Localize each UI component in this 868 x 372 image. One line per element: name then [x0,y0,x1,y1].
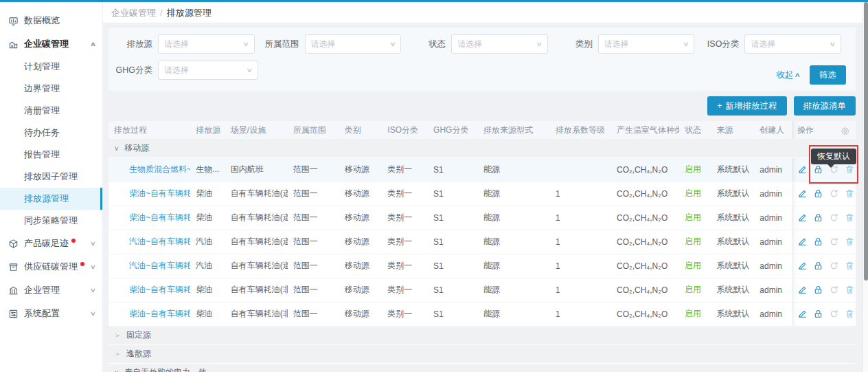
edit-icon[interactable] [797,285,808,296]
sidebar-item-边界管理[interactable]: 边界管理 [0,78,102,100]
table-row[interactable]: 生物质混合燃料~国...生物...国内航班范围一移动源类别一S1能源CO₂,CH… [108,157,856,182]
vertical-scrollbar[interactable] [863,2,868,372]
cell-process: 汽油~自有车辆耗油... [108,230,190,254]
emission-source-list-button[interactable]: 排放源清单 [794,96,856,116]
cell-category: 移动源 [339,278,382,302]
scrollbar-thumb[interactable] [864,2,868,281]
edit-icon[interactable] [797,261,808,272]
group-row-逸散源[interactable]: ＞逸散源 [108,344,856,363]
lock-icon[interactable] [813,212,824,223]
delete-icon[interactable] [845,237,856,248]
filter-button[interactable]: 筛选 [810,65,846,85]
cell-origin: 系统默认 [711,230,755,254]
sidebar-item-同步策略管理[interactable]: 同步策略管理 [0,210,102,232]
cell-scope: 范围一 [288,157,339,182]
collapse-link[interactable]: 收起∧ [776,69,800,81]
breadcrumb-parent[interactable]: 企业碳管理 [111,8,156,18]
sidebar-item-供应链碳管理[interactable]: 供应链碳管理∨ [0,255,102,278]
emission-process-link[interactable]: 柴油~自有车辆耗油... [129,188,190,198]
group-row-固定源[interactable]: ＞固定源 [108,326,856,344]
sidebar-item-系统配置[interactable]: 系统配置∨ [0,302,102,325]
group-row-移动源[interactable]: ∨移动源 [108,139,856,157]
sidebar-item-label: 供应链碳管理 [24,261,78,273]
notification-dot [80,262,84,266]
filter-select-类别[interactable]: 请选择∨ [598,34,695,54]
filter-label: 所属范围 [260,39,299,50]
edit-icon[interactable] [797,309,808,320]
cell-scope: 范围一 [288,254,339,278]
delete-icon[interactable] [845,164,856,175]
cell-source_type: 能源 [478,157,550,182]
lock-icon[interactable] [813,164,824,175]
filter-select-排放源[interactable]: 请选择∨ [158,34,255,54]
sidebar-item-排放因子管理[interactable]: 排放因子管理 [0,166,102,188]
filter-select-ISO分类[interactable]: 请选择∨ [744,34,841,54]
table-row[interactable]: 柴油~自有车辆耗油...柴油自有车辆耗油(非...范围一移动源类别一S1能源1C… [108,278,856,302]
sidebar-item-数据概览[interactable]: 数据概览 [0,9,102,32]
cell-status: 启用 [679,278,711,302]
add-emission-process-button[interactable]: +新增排放过程 [707,96,786,116]
lock-icon[interactable] [813,188,824,199]
edit-icon[interactable] [797,212,808,223]
table-row[interactable]: 柴油~自有车辆耗油...柴油自有车辆耗油(道...范围一移动源类别一S1能源1C… [108,182,856,206]
sidebar-item-企业碳管理[interactable]: 企业碳管理∧ [0,32,102,56]
edit-icon[interactable] [797,237,808,248]
sidebar: 数据概览企业碳管理∧计划管理边界管理清册管理待办任务报告管理排放因子管理排放源管… [0,2,103,372]
table-row[interactable]: 柴油~自有车辆耗油...柴油自有车辆耗油(道...范围一移动源类别一S1能源1C… [108,206,856,230]
chevron-down-icon: ∨ [247,67,253,74]
cell-source: 柴油 [190,302,225,326]
sidebar-item-待办任务[interactable]: 待办任务 [0,122,102,144]
sidebar-item-企业管理[interactable]: 企业管理∨ [0,278,102,302]
lock-icon[interactable] [813,309,824,320]
delete-icon[interactable] [845,309,856,320]
restore-default-icon[interactable] [829,261,840,272]
lock-icon[interactable] [813,261,824,272]
cell-factor_level: 1 [550,206,611,230]
cell-scope: 范围一 [288,230,339,254]
cell-factor_level: 1 [550,230,611,254]
edit-icon[interactable] [797,164,808,175]
restore-default-icon[interactable] [829,237,840,248]
restore-default-icon[interactable] [829,285,840,296]
restore-default-icon[interactable] [829,212,840,223]
lock-icon[interactable] [813,237,824,248]
sidebar-item-产品碳足迹[interactable]: 产品碳足迹∨ [0,232,102,255]
table-row[interactable]: 柴油~自有车辆耗油...柴油自有车辆耗油(非...范围一移动源类别一S1能源1C… [108,302,856,326]
sidebar-item-清册管理[interactable]: 清册管理 [0,100,102,122]
lock-icon[interactable] [813,285,824,296]
sidebar-item-排放源管理[interactable]: 排放源管理 [0,188,102,210]
sidebar-item-计划管理[interactable]: 计划管理 [0,56,102,78]
cell-gases: CO₂,CH₄,N₂O [611,254,679,278]
delete-icon[interactable] [845,188,856,199]
edit-icon[interactable] [797,188,808,199]
filter-select-GHG分类[interactable]: 请选择∨ [158,61,258,80]
emission-process-link[interactable]: 柴油~自有车辆耗油... [129,285,190,294]
emission-process-link[interactable]: 汽油~自有车辆耗油... [129,237,190,246]
group-label: 固定源 [126,330,151,340]
delete-icon[interactable] [845,212,856,223]
sidebar-item-报告管理[interactable]: 报告管理 [0,144,102,166]
table-row[interactable]: 汽油~自有车辆耗油...汽油自有车辆耗油(道...范围一移动源类别一S1能源1C… [108,230,856,254]
column-header-来源: 来源 [711,121,755,139]
select-placeholder: 请选择 [457,39,482,50]
table-row[interactable]: 汽油~自有车辆耗油...汽油自有车辆耗油(道...范围一移动源类别一S1能源1C… [108,254,856,278]
cell-factor_level: 1 [550,278,611,302]
restore-default-icon[interactable] [829,309,840,320]
column-settings-icon[interactable]: ◎ [841,125,849,135]
cell-gases: CO₂,CH₄,N₂O [611,206,679,230]
cell-status: 启用 [679,302,711,326]
column-header-产生温室气体种类: 产生温室气体种类 [611,121,679,139]
filter-select-所属范围[interactable]: 请选择∨ [305,34,402,54]
emission-process-link[interactable]: 柴油~自有车辆耗油... [129,309,190,318]
filter-select-状态[interactable]: 请选择∨ [451,34,548,54]
emission-process-link[interactable]: 汽油~自有车辆耗油... [129,261,190,270]
column-header-排放源: 排放源 [190,121,225,139]
cell-creator: admin [754,302,792,326]
delete-icon[interactable] [845,285,856,296]
restore-default-icon[interactable] [829,188,840,199]
delete-icon[interactable] [845,261,856,272]
emission-process-link[interactable]: 柴油~自有车辆耗油... [129,212,190,222]
group-row-来自于外购的电力、热...[interactable]: ∨来自于外购的电力、热... [108,363,856,372]
cell-source_type: 能源 [478,230,550,254]
emission-process-link[interactable]: 生物质混合燃料~国... [129,164,190,174]
